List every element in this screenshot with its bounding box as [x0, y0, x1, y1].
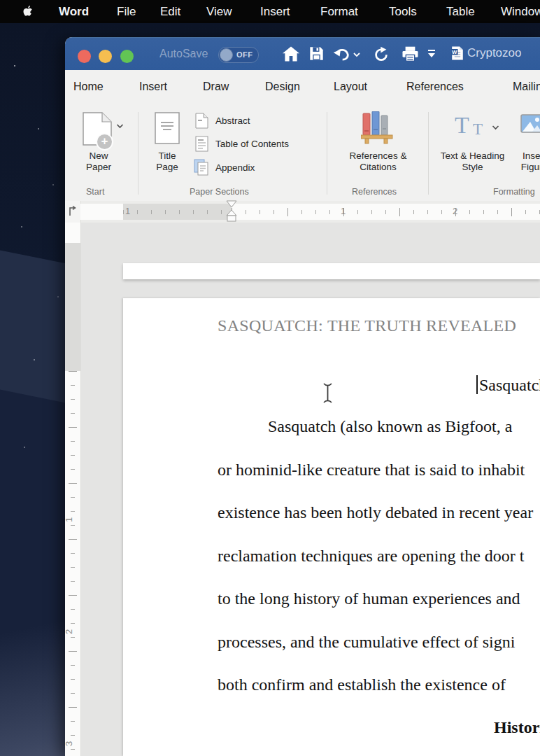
window-title-bar: AutoSave OFF — [65, 37, 540, 71]
abstract-label: Abstract — [215, 115, 250, 126]
undo-icon[interactable] — [333, 46, 351, 62]
undo-dropdown-chevron-icon[interactable] — [353, 52, 361, 57]
group-divider — [327, 112, 327, 195]
table-of-contents-icon — [195, 136, 208, 152]
group-label-references: References — [352, 187, 397, 197]
title-page-icon — [155, 112, 180, 144]
home-icon[interactable] — [283, 46, 299, 62]
menu-item-view[interactable]: View — [206, 0, 232, 23]
running-head-text: SASQUATCH: THE TRUTH REVEALED — [218, 316, 516, 335]
h-ruler-number: 1 — [125, 206, 130, 216]
ruler-left-blank — [80, 204, 123, 220]
menu-item-format[interactable]: Format — [320, 0, 358, 23]
body-text-line: existence has been hotly debated in rece… — [218, 503, 533, 522]
body-text-line: reclamation techniques are opening the d… — [218, 547, 525, 566]
close-window-button[interactable] — [78, 50, 91, 63]
tab-references[interactable]: References — [406, 80, 464, 93]
references-citations-label: References & Citations — [338, 150, 418, 173]
autosave-toggle-knob — [220, 48, 233, 62]
text-style-icon: T — [455, 113, 469, 137]
apple-menu-icon[interactable] — [23, 5, 34, 18]
section-heading: Historical — [494, 718, 540, 737]
wallpaper-stars — [14, 65, 15, 66]
indent-markers[interactable] — [225, 200, 238, 223]
text-insertion-caret — [476, 375, 478, 394]
new-paper-chevron-icon[interactable] — [116, 124, 124, 129]
v-ruler-margin — [65, 243, 80, 371]
body-text-line: processes, and the cumulative effect of … — [218, 633, 515, 652]
tab-home[interactable]: Home — [73, 80, 104, 93]
appendix-label: Appendix — [215, 162, 255, 173]
group-divider — [428, 112, 429, 195]
text-style-chevron-icon[interactable] — [492, 125, 499, 130]
svg-text:W: W — [452, 49, 457, 55]
table-of-contents-label: Table of Contents — [215, 139, 289, 149]
word-document-icon: W — [451, 46, 464, 61]
body-text-line: or hominid-like creature that is said to… — [218, 461, 525, 479]
v-ruler-number: 1 — [65, 517, 74, 522]
bookshelf-icon — [361, 111, 395, 144]
text-style-icon-small: T — [473, 121, 483, 137]
ribbon: Home Insert Draw Design Layout Reference… — [65, 70, 540, 202]
title-page-label: Title Page — [153, 150, 181, 173]
new-paper-label: New Paper — [78, 150, 120, 173]
v-ruler-number: 3 — [65, 741, 74, 746]
macos-menu-bar: Word File Edit View Insert Format Tools … — [0, 0, 540, 23]
group-label-paper-sections: Paper Sections — [190, 187, 249, 197]
menu-item-window[interactable]: Window — [501, 0, 540, 23]
group-label-start: Start — [86, 187, 104, 197]
group-divider — [138, 112, 138, 195]
text-heading-style-label: Text & Heading Style — [439, 150, 506, 173]
v-ruler-scale: 1 2 3 — [65, 371, 80, 756]
h-ruler-number: 1 — [341, 206, 346, 216]
menu-item-tools[interactable]: Tools — [389, 0, 417, 23]
vertical-ruler[interactable]: 1 2 3 — [65, 223, 81, 756]
horizontal-ruler[interactable]: 1 1 2 — [65, 201, 540, 223]
body-text-line: Sasquatch (also known as Bigfoot, a — [268, 417, 512, 436]
h-ruler-number: 2 — [453, 206, 457, 216]
appendix-icon — [194, 159, 209, 176]
menu-item-edit[interactable]: Edit — [160, 0, 180, 23]
body-text-line: to the long history of human experiences… — [218, 589, 520, 608]
menu-item-insert[interactable]: Insert — [260, 0, 290, 23]
ribbon-content: + New Paper Start Title Page — [65, 106, 540, 201]
screen: Word File Edit View Insert Format Tools … — [0, 0, 540, 756]
plus-badge-icon: + — [96, 133, 113, 150]
zoom-window-button[interactable] — [120, 50, 134, 63]
document-title-line: Sasquatch — [479, 376, 540, 395]
save-icon[interactable] — [309, 46, 324, 61]
autosave-label: AutoSave — [159, 48, 208, 60]
ruler-ticks-major — [232, 208, 540, 216]
tab-layout[interactable]: Layout — [334, 80, 367, 93]
menu-item-file[interactable]: File — [117, 0, 136, 23]
document-title: Cryptozoo — [467, 46, 521, 60]
ruler-ticks — [123, 210, 232, 214]
menu-item-word[interactable]: Word — [59, 0, 89, 23]
ruler-ticks-major — [69, 371, 77, 756]
tab-insert[interactable]: Insert — [139, 80, 167, 93]
autosave-state: OFF — [236, 50, 253, 59]
ruler-text-area[interactable]: 1 2 — [232, 204, 540, 220]
body-text-line: both confirm and establish the existence… — [218, 676, 506, 694]
insert-figure-icon — [520, 114, 540, 133]
tab-draw[interactable]: Draw — [203, 80, 229, 93]
redo-icon[interactable] — [373, 46, 390, 62]
toolbar-overflow-icon[interactable] — [427, 49, 436, 59]
v-ruler-number: 2 — [65, 629, 74, 634]
previous-page-bottom[interactable] — [123, 263, 540, 279]
print-icon[interactable] — [402, 46, 419, 62]
group-label-formatting: Formatting — [493, 187, 535, 197]
insert-figure-label: Insert Figure — [516, 150, 540, 173]
tab-mailings[interactable]: Mailings — [513, 80, 540, 93]
tab-design[interactable]: Design — [265, 80, 300, 93]
ruler-margin-area[interactable]: 1 — [123, 204, 232, 220]
tab-stop-selector[interactable] — [65, 201, 81, 223]
minimize-window-button[interactable] — [99, 50, 112, 63]
mouse-ibeam-cursor — [322, 382, 333, 404]
menu-item-table[interactable]: Table — [446, 0, 475, 23]
autosave-toggle[interactable]: OFF — [218, 47, 259, 63]
abstract-icon — [195, 113, 208, 129]
